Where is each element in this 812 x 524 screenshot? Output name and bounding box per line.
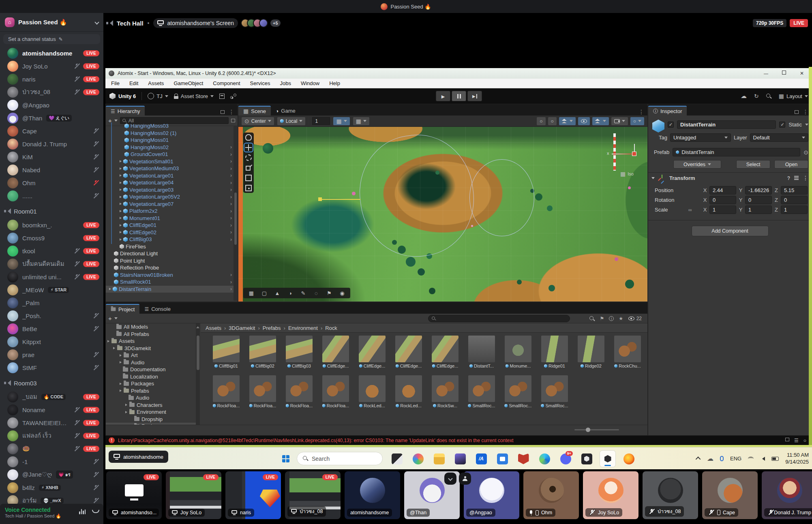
layers2-button[interactable]: [592, 117, 609, 125]
step-button[interactable]: [467, 91, 482, 101]
voice-user-row[interactable]: boomkxn_. LIVE: [0, 218, 103, 231]
menu-item[interactable]: Edit: [129, 80, 138, 86]
stream-title-pill[interactable]: atomishandsome's Screen: [153, 18, 238, 28]
layer-dropdown[interactable]: Default: [750, 133, 809, 142]
overlay-tool-icon[interactable]: [324, 290, 335, 296]
hierarchy-item[interactable]: StairsNarrow01Broken: [106, 272, 234, 279]
project-tree-item[interactable]: Audio: [106, 394, 196, 402]
taskbar-app[interactable]: [389, 451, 405, 467]
collapse-tiles-button[interactable]: [444, 473, 456, 485]
voice-user-row[interactable]: @Jane♡ღ 💗๑ร: [0, 468, 103, 481]
hierarchy-item[interactable]: HangingMoss02 (1): [106, 130, 234, 137]
prefab-select-icon[interactable]: [803, 149, 808, 156]
voice-user-row[interactable]: @Angpao: [0, 98, 103, 111]
prefab-open-chevron[interactable]: [230, 144, 232, 150]
scale-link-icon[interactable]: [688, 207, 692, 213]
transform-foldout[interactable]: [651, 177, 655, 179]
voice-user-row[interactable]: 🍩 LIVE: [0, 442, 103, 455]
console-open-icon[interactable]: [794, 438, 799, 443]
hierarchy-item[interactable]: CliffBig03: [106, 236, 234, 243]
hierarchy-item[interactable]: GroundCover01: [106, 151, 234, 158]
taskbar-app[interactable]: 9+: [558, 451, 573, 467]
disconnect-call-button[interactable]: [92, 510, 99, 513]
taskbar-app[interactable]: [621, 451, 636, 467]
prefab-open-chevron[interactable]: [230, 194, 232, 200]
z-value-field[interactable]: 5.15: [781, 186, 808, 195]
project-tree-scrollbar[interactable]: [196, 323, 200, 425]
expand-arrow-icon[interactable]: [120, 182, 122, 184]
voice-user-row[interactable]: _MEoW ⚡STAR: [0, 283, 103, 296]
expand-arrow-icon[interactable]: [120, 224, 122, 227]
overlay-tool-icon[interactable]: [246, 290, 257, 296]
project-tree-item[interactable]: Characters: [106, 402, 196, 409]
asset-item[interactable]: CliffEdge...: [427, 336, 463, 375]
voice-user-row[interactable]: Ohm: [0, 176, 103, 189]
asset-item[interactable]: SmallRoc...: [500, 375, 536, 415]
move-handle[interactable]: [321, 199, 360, 200]
menu-item[interactable]: File: [111, 80, 120, 86]
project-tree-item[interactable]: Localization: [106, 373, 196, 381]
hierarchy-item[interactable]: CliffEdge02: [106, 229, 234, 236]
voice-user-row[interactable]: Joy SoLo LIVE: [0, 60, 103, 73]
expand-arrow-icon[interactable]: [120, 238, 122, 241]
voice-user-row[interactable]: StMF: [0, 361, 103, 374]
hierarchy-item[interactable]: VegetationLarge05V2: [106, 193, 234, 201]
overlay-tool-icon[interactable]: [259, 290, 270, 296]
participant-tile[interactable]: LIVE naris: [225, 471, 281, 519]
expand-arrow-icon[interactable]: [120, 383, 122, 385]
x-value-field[interactable]: 2.44: [709, 186, 736, 195]
taskbar-search[interactable]: Search: [297, 452, 383, 465]
taskbar-app[interactable]: [431, 451, 447, 467]
expand-arrow-icon[interactable]: [120, 167, 122, 170]
expand-arrow-icon[interactable]: [120, 354, 122, 357]
project-tree-item[interactable]: Art: [106, 352, 196, 359]
static-dropdown-caret[interactable]: [805, 124, 808, 127]
static-checkbox[interactable]: [779, 122, 785, 128]
asset-item[interactable]: RockLed...: [354, 375, 390, 415]
console-error-bar[interactable]: Library\PackageCache\com.unity.ai.naviga…: [105, 436, 812, 445]
show-members-button[interactable]: [459, 473, 471, 485]
asset-item[interactable]: CliffEdge...: [390, 336, 427, 375]
overlay-tool-icon[interactable]: [336, 290, 348, 296]
asset-item[interactable]: RockLed...: [390, 375, 427, 415]
voice-user-row[interactable]: tkool LIVE: [0, 244, 103, 257]
tag-dropdown[interactable]: Untagged: [670, 133, 731, 142]
add-component-button[interactable]: Add Component: [692, 226, 769, 236]
search-by-label-icon[interactable]: [600, 316, 604, 321]
expand-arrow-icon[interactable]: [120, 160, 122, 163]
collab-icon[interactable]: [230, 94, 236, 99]
wifi-icon[interactable]: [748, 457, 754, 461]
dock-icon[interactable]: [795, 110, 799, 114]
menu-item[interactable]: Window: [301, 80, 319, 86]
voice-user-row[interactable]: ......: [0, 189, 103, 202]
menu-item[interactable]: Jobs: [280, 80, 291, 86]
project-add-button[interactable]: [108, 315, 112, 322]
account-dropdown[interactable]: TJ: [148, 93, 168, 99]
voice-user-row[interactable]: Cmoss9 LIVE: [0, 231, 103, 244]
close-button[interactable]: [800, 71, 804, 76]
pause-button[interactable]: [452, 91, 466, 101]
asset-item[interactable]: RockFloa...: [244, 375, 281, 415]
voice-user-row[interactable]: _บอม 🔥CODE LIVE: [0, 390, 103, 403]
menu-item[interactable]: Component: [213, 80, 240, 86]
iso-label[interactable]: Iso: [620, 171, 634, 177]
hierarchy-item[interactable]: DistantTerrain: [106, 286, 234, 293]
hierarchy-item[interactable]: FireFlies: [106, 243, 234, 250]
hierarchy-item[interactable]: CliffEdge01: [106, 222, 234, 229]
y-value-field[interactable]: 1: [745, 205, 772, 214]
help-icon[interactable]: [787, 175, 790, 181]
microphone-icon[interactable]: [720, 456, 724, 461]
voice-user-row[interactable]: _Palm: [0, 296, 103, 309]
undo-history-icon[interactable]: [754, 93, 759, 99]
component-menu-icon[interactable]: [803, 175, 808, 181]
expand-arrow-icon[interactable]: [120, 174, 122, 177]
presets-icon[interactable]: [794, 176, 799, 180]
layers-button[interactable]: [559, 117, 576, 125]
participant-tile[interactable]: LIVE Joy SoLo: [166, 471, 221, 519]
search-icon[interactable]: [766, 94, 771, 99]
voice-user-row[interactable]: TAWANEIEIEIO... LIVE: [0, 416, 103, 429]
clear-icon[interactable]: [803, 438, 806, 443]
view-tool[interactable]: [245, 134, 252, 141]
participant-tile[interactable]: Joy SoLo: [583, 471, 638, 519]
hierarchy-item[interactable]: Directional Light: [106, 250, 234, 257]
